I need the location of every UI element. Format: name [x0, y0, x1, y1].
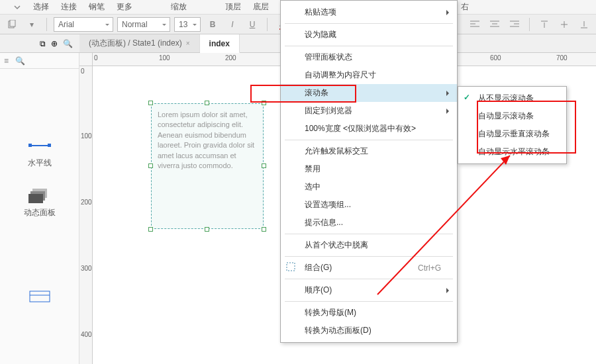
- align-left-button[interactable]: [467, 17, 483, 32]
- valign-mid-button[interactable]: [556, 17, 572, 32]
- ctx-disabled[interactable]: 禁用: [281, 160, 457, 178]
- lib-dynamic-panel[interactable]: 动态面板: [0, 178, 79, 228]
- underline-button[interactable]: U: [244, 17, 260, 32]
- valign-top-button[interactable]: [536, 17, 552, 32]
- sidebar-search-icon[interactable]: 🔍: [15, 56, 25, 66]
- resize-handle[interactable]: [205, 101, 209, 105]
- group-icon: [286, 262, 295, 271]
- dropdown-icon[interactable]: [13, 3, 21, 11]
- ctx-tooltip[interactable]: 提示信息...: [281, 214, 457, 232]
- ctx-option-group[interactable]: 设置选项组...: [281, 196, 457, 214]
- menu-connect[interactable]: 连接: [61, 1, 77, 13]
- ctx-paste-options[interactable]: 粘贴选项: [281, 3, 457, 21]
- ctx-full-width[interactable]: 100%宽度 <仅限浏览器中有效>: [281, 120, 457, 138]
- ctx-pin-browser[interactable]: 固定到浏览器: [281, 102, 457, 120]
- search-pages-icon[interactable]: 🔍: [63, 39, 73, 48]
- selected-widget[interactable]: Lorem ipsum dolor sit amet, consectetur …: [151, 103, 264, 229]
- valign-bot-button[interactable]: [576, 17, 592, 32]
- svg-rect-3: [28, 144, 32, 147]
- resize-handle[interactable]: [262, 101, 266, 105]
- sidebar-menu-icon[interactable]: ≡: [4, 56, 9, 66]
- sub-never-scroll[interactable]: ✓从不显示滚动条: [458, 89, 566, 107]
- close-icon[interactable]: ×: [186, 40, 190, 47]
- resize-handle[interactable]: [148, 101, 153, 105]
- lib-hline[interactable]: 水平线: [0, 128, 79, 178]
- align-center-button[interactable]: [487, 17, 503, 32]
- italic-button[interactable]: I: [224, 17, 240, 32]
- ctx-to-dynpanel[interactable]: 转换为动态面板(D): [281, 322, 457, 340]
- lib-widget[interactable]: [0, 281, 79, 319]
- font-size-select[interactable]: 13: [174, 17, 201, 32]
- ctx-selected[interactable]: 选中: [281, 178, 457, 196]
- bold-button[interactable]: B: [205, 17, 221, 32]
- ctx-to-master[interactable]: 转换为母版(M): [281, 304, 457, 322]
- tab-index[interactable]: index: [200, 34, 240, 53]
- scrollbar-submenu: ✓从不显示滚动条 自动显示滚动条 自动显示垂直滚动条 自动显示水平滚动条: [458, 86, 567, 164]
- svg-rect-1: [10, 20, 15, 26]
- font-family-select[interactable]: Arial: [54, 17, 113, 32]
- add-page-icon[interactable]: ⊕: [51, 39, 58, 48]
- ctx-order[interactable]: 顺序(O): [281, 281, 457, 299]
- resize-handle[interactable]: [205, 227, 209, 232]
- ruler-vertical: 0100200300400: [79, 66, 93, 364]
- ctx-scrollbars[interactable]: 滚动条: [281, 84, 457, 102]
- font-style-select[interactable]: Normal: [117, 17, 170, 32]
- ctx-break-first[interactable]: 从首个状态中脱离: [281, 236, 457, 254]
- widget-library-sidebar: ≡ 🔍 水平线 动态面板: [0, 53, 79, 364]
- placeholder-text: Lorem ipsum dolor sit amet, consectetur …: [158, 110, 257, 222]
- sub-auto-v-scroll[interactable]: 自动显示垂直滚动条: [458, 125, 566, 143]
- resize-handle[interactable]: [262, 227, 266, 232]
- menu-zoom[interactable]: 缩放: [171, 1, 187, 13]
- ruler-corner: [79, 53, 93, 66]
- svg-rect-4: [48, 144, 51, 147]
- menu-front[interactable]: 顶层: [225, 1, 241, 13]
- ctx-manage-states[interactable]: 管理面板状态: [281, 48, 457, 66]
- svg-rect-8: [30, 291, 50, 302]
- sub-auto-scroll[interactable]: 自动显示滚动条: [458, 107, 566, 125]
- svg-rect-7: [28, 194, 43, 203]
- resize-handle[interactable]: [262, 163, 266, 168]
- context-menu: 粘贴选项 设为隐藏 管理面板状态 自动调整为内容尺寸 滚动条 固定到浏览器 10…: [280, 0, 458, 343]
- menu-pen[interactable]: 钢笔: [89, 1, 105, 13]
- align-right-button[interactable]: [507, 17, 522, 32]
- menu-select[interactable]: 选择: [33, 1, 49, 13]
- ctx-fit-content[interactable]: 自动调整为内容尺寸: [281, 66, 457, 84]
- new-page-icon[interactable]: ⧉: [40, 39, 46, 48]
- sub-auto-h-scroll[interactable]: 自动显示水平滚动条: [458, 143, 566, 161]
- ctx-group[interactable]: 组合(G)Ctrl+G: [281, 259, 457, 277]
- tab-state1[interactable]: (动态面板) / State1 (index)×: [79, 34, 200, 52]
- svg-rect-10: [287, 263, 295, 271]
- menu-more[interactable]: 更多: [117, 1, 132, 13]
- ctx-set-hidden[interactable]: 设为隐藏: [281, 26, 457, 44]
- menu-back[interactable]: 底层: [253, 1, 269, 13]
- menu-align-right[interactable]: 右: [461, 1, 469, 13]
- check-icon: ✓: [464, 93, 470, 102]
- paste-button[interactable]: ▾: [24, 17, 40, 32]
- ctx-trigger-mouse[interactable]: 允许触发鼠标交互: [281, 142, 457, 160]
- copy-button[interactable]: [4, 17, 20, 32]
- resize-handle[interactable]: [148, 227, 153, 232]
- resize-handle[interactable]: [148, 163, 153, 168]
